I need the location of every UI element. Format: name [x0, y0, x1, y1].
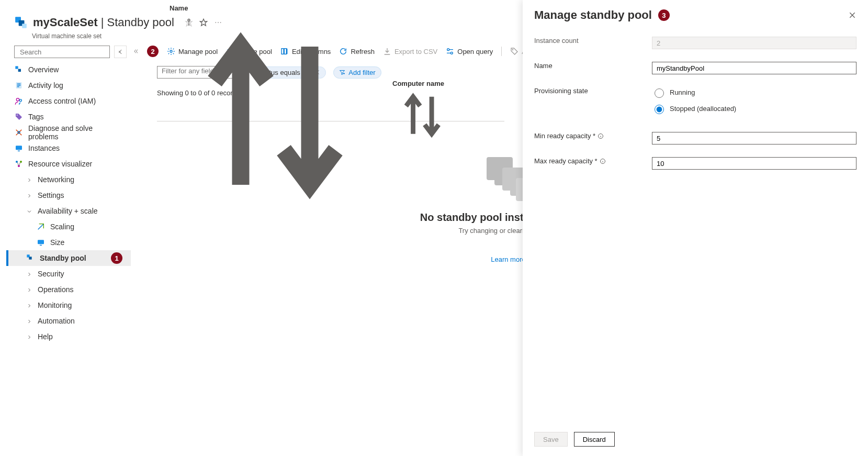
sidebar-label: Automation [38, 317, 75, 325]
svg-rect-23 [38, 240, 44, 244]
svg-point-31 [451, 52, 453, 54]
save-button[interactable]: Save [534, 432, 568, 447]
chevron-right-icon [26, 192, 32, 198]
close-icon[interactable] [848, 11, 856, 19]
sidebar-group-monitoring[interactable]: Monitoring [6, 297, 131, 313]
max-capacity-label: Max ready capacity * [534, 157, 652, 165]
sidebar-item-tags[interactable]: Tags [6, 109, 131, 125]
open-query-button[interactable]: Open query [446, 47, 493, 55]
iam-icon [15, 97, 23, 105]
min-capacity-field[interactable] [652, 132, 856, 144]
name-field[interactable] [652, 62, 856, 74]
running-radio-input[interactable] [655, 88, 664, 98]
resource-type: Virtual machine scale set [32, 32, 102, 40]
sidebar-label: Instances [28, 144, 60, 152]
diagnose-icon [15, 128, 23, 137]
visualizer-icon [15, 160, 23, 168]
resource-name: myScaleSet [33, 16, 98, 29]
discard-button[interactable]: Discard [574, 432, 615, 447]
label: Learn more [491, 255, 525, 263]
search-input[interactable] [19, 48, 109, 57]
export-csv-button: Export to CSV [383, 47, 437, 55]
sidebar-item-scaling[interactable]: Scaling [6, 219, 131, 235]
sidebar-item-standby-pool[interactable]: Standby pool 1 [6, 250, 131, 266]
chevron-right-icon [26, 271, 32, 277]
column-computer-name[interactable]: Computer name [392, 80, 448, 145]
svg-rect-26 [29, 257, 31, 259]
resource-menu-search[interactable] [14, 46, 110, 58]
label: Stopped (deallocated) [670, 105, 736, 113]
sidebar-item-activity-log[interactable]: Activity log [6, 77, 131, 93]
sidebar-label: Operations [38, 285, 73, 294]
collapse-menu-button[interactable] [114, 46, 127, 58]
sidebar-group-settings[interactable]: Settings [6, 187, 131, 203]
sidebar-group-operations[interactable]: Operations [6, 282, 131, 297]
label: Running [670, 88, 695, 96]
sidebar-label: Networking [38, 175, 74, 184]
chevron-down-icon [26, 208, 32, 214]
instances-icon [15, 144, 23, 152]
sidebar-item-diagnose[interactable]: Diagnose and solve problems [6, 125, 131, 140]
svg-rect-12 [17, 85, 21, 85]
sidebar-group-automation[interactable]: Automation [6, 313, 131, 329]
sidebar-group-security[interactable]: Security [6, 266, 131, 282]
chevron-right-icon [26, 176, 32, 183]
sidebar-label: Scaling [50, 223, 74, 231]
info-icon[interactable] [600, 158, 606, 164]
standby-icon [26, 254, 35, 262]
sidebar-label: Overview [28, 65, 59, 74]
sidebar-item-access-control[interactable]: Access control (IAM) [6, 93, 131, 109]
sidebar-group-availability-scale[interactable]: Availability + scale [6, 203, 131, 219]
svg-point-14 [16, 98, 19, 101]
sidebar-item-instances[interactable]: Instances [6, 140, 131, 156]
stopped-radio[interactable]: Stopped (deallocated) [652, 103, 856, 114]
name-label: Name [534, 62, 652, 70]
resource-menu: Overview Activity log Access control (IA… [6, 62, 131, 344]
page-title: myScaleSet | Standby pool [33, 16, 174, 29]
sidebar-item-visualizer[interactable]: Resource visualizer [6, 156, 131, 172]
chevron-right-icon [26, 318, 32, 324]
chevron-right-icon [26, 302, 32, 308]
overview-icon [15, 65, 23, 74]
log-icon [15, 81, 23, 90]
label: Manage standby pool [534, 8, 652, 22]
grid-header: Name Computer name [157, 104, 504, 121]
running-radio[interactable]: Running [652, 87, 856, 98]
svg-rect-11 [17, 84, 21, 84]
sidebar-label: Help [38, 332, 53, 341]
manage-pool-panel: Manage standby pool 3 Instance count Nam… [523, 0, 868, 456]
label: Name [170, 4, 188, 12]
chevron-right-icon [26, 286, 32, 293]
svg-rect-13 [17, 86, 19, 87]
sidebar-group-networking[interactable]: Networking [6, 172, 131, 187]
size-icon [37, 238, 45, 247]
stopped-radio-input[interactable] [655, 105, 664, 114]
sidebar-label: Access control (IAM) [28, 97, 96, 105]
max-capacity-field[interactable] [652, 157, 856, 170]
scaling-icon [37, 223, 45, 231]
sidebar-item-size[interactable]: Size [6, 235, 131, 250]
callout-badge-1: 1 [111, 252, 122, 264]
separator [501, 47, 502, 56]
sidebar-label: Monitoring [38, 301, 72, 309]
label: Export to CSV [394, 48, 437, 55]
svg-rect-18 [16, 146, 22, 150]
svg-point-15 [19, 99, 21, 102]
sidebar-label: Security [38, 270, 64, 278]
sidebar-label: Availability + scale [38, 207, 98, 215]
sidebar-label: Size [50, 238, 64, 247]
tags-icon [15, 113, 23, 121]
download-icon [383, 47, 391, 55]
sidebar-label: Settings [38, 191, 64, 199]
svg-rect-2 [22, 24, 27, 28]
svg-point-30 [447, 49, 449, 51]
sidebar-group-help[interactable]: Help [6, 329, 131, 344]
sidebar-item-overview[interactable]: Overview [6, 62, 131, 77]
sidebar-label: Activity log [28, 81, 63, 90]
svg-point-32 [513, 49, 513, 50]
svg-rect-9 [18, 69, 21, 72]
sidebar-label: Resource visualizer [28, 160, 92, 168]
info-icon[interactable] [598, 133, 604, 139]
chevron-left-icon[interactable] [133, 48, 139, 55]
sort-icon [394, 137, 450, 145]
